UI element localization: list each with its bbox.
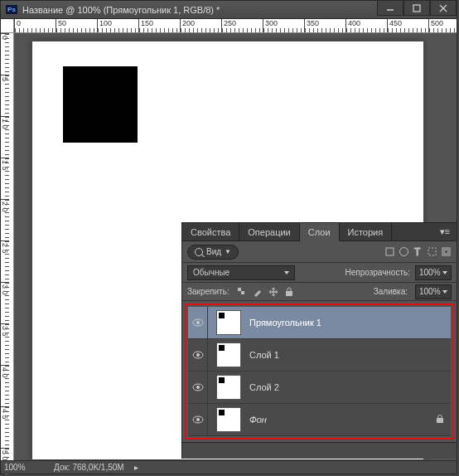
layer-row[interactable]: Слой 1 [188,339,451,372]
layer-thumbnail[interactable] [216,407,241,432]
lock-transparency-icon[interactable] [237,287,247,297]
svg-point-16 [196,353,200,357]
layer-name[interactable]: Фон [249,415,267,425]
layer-thumbnail[interactable] [216,342,241,367]
layer-row[interactable]: Слой 2 [188,372,451,404]
fill-label: Заливка: [374,287,408,296]
panel-footer [182,442,457,459]
close-button[interactable] [430,1,457,16]
ruler-tick: 400 [345,19,387,32]
zoom-level[interactable]: 100% [4,463,44,472]
layer-name[interactable]: Слой 1 [249,350,279,360]
kind-label: Вид [206,247,221,256]
ruler-tick: 500 [428,19,457,32]
maximize-button[interactable] [403,1,430,16]
ruler-horizontal[interactable]: 0 50 100 150 200 250 300 350 400 450 500 [14,19,457,33]
ruler-tick: 3 0 [1,282,9,323]
ruler-tick: 0 [1,33,9,75]
lock-all-icon[interactable] [284,287,294,297]
svg-point-5 [400,248,408,256]
ruler-tick: 5 [1,75,9,116]
chevron-down-icon [442,290,447,294]
lock-icon [436,415,444,425]
opacity-label: Непрозрачность: [345,268,410,277]
filter-type-icon[interactable]: T [413,246,423,257]
ruler-vertical[interactable]: 0 5 1 0 1 5 2 0 2 5 3 0 3 5 4 0 4 5 5 0 [1,33,14,460]
svg-rect-9 [444,250,448,254]
tab-actions[interactable]: Операции [239,223,299,240]
layer-row[interactable]: Фон [188,404,451,436]
ruler-tick: 1 5 [1,158,9,199]
opacity-value: 100% [419,268,441,277]
blend-value: Обычные [193,268,230,277]
layer-thumbnail[interactable] [216,310,241,335]
filter-shape-icon[interactable] [427,246,437,257]
layer-thumbnail[interactable] [216,375,241,400]
blend-mode-select[interactable]: Обычные [187,265,295,280]
app-icon: Ps [6,5,17,14]
svg-point-18 [196,386,200,389]
doc-size: Док: 768,0K/1,50M [54,463,124,472]
svg-rect-10 [238,288,241,291]
ruler-tick: 300 [263,19,304,32]
layer-kind-filter[interactable]: Вид ▼ [187,245,239,260]
tab-history[interactable]: История [340,223,393,240]
svg-text:T: T [414,246,421,257]
panel-menu-icon[interactable]: ▾≡ [433,223,457,240]
svg-rect-11 [241,291,244,294]
chevron-down-icon [442,271,447,274]
ruler-tick: 100 [97,19,138,32]
filter-adjust-icon[interactable] [399,246,409,257]
layers-panel: Свойства Операции Слои История ▾≡ Вид ▼ … [181,222,457,459]
ruler-tick: 4 5 [1,406,9,448]
visibility-toggle[interactable] [188,307,208,338]
opacity-input[interactable]: 100% [415,265,452,280]
status-menu-icon[interactable]: ▸ [134,463,138,472]
layers-list: Прямоугольник 1 Слой 1 Слой 2 Фон [182,301,457,442]
ruler-tick: 50 [56,19,97,32]
rectangle-shape[interactable] [63,66,138,143]
lock-label: Закрепить: [187,287,230,296]
ruler-tick: 2 5 [1,240,9,282]
minimize-button[interactable] [377,1,403,16]
svg-point-14 [196,321,200,324]
ruler-tick: 200 [180,19,221,32]
svg-rect-7 [428,248,436,255]
visibility-toggle[interactable] [188,372,208,403]
svg-point-20 [196,418,200,421]
layers-toolbar: Вид ▼ T [182,241,457,263]
ruler-tick: 1 0 [1,116,9,158]
lock-position-icon[interactable] [268,287,278,297]
ruler-tick: 250 [221,19,263,32]
lock-paint-icon[interactable] [253,287,263,297]
chevron-down-icon [284,271,289,274]
visibility-toggle[interactable] [188,404,208,435]
layer-name[interactable]: Прямоугольник 1 [249,318,321,328]
svg-rect-8 [442,248,450,255]
layer-name[interactable]: Слой 2 [249,382,279,392]
filter-pixel-icon[interactable] [384,246,395,257]
ruler-tick: 350 [304,19,345,32]
tab-properties[interactable]: Свойства [182,223,239,240]
visibility-toggle[interactable] [188,339,208,371]
filter-smart-icon[interactable] [441,246,452,257]
layer-row[interactable]: Прямоугольник 1 [188,307,451,339]
ruler-corner [1,19,14,33]
svg-rect-12 [286,291,292,296]
ruler-tick: 0 [14,19,56,32]
tab-layers[interactable]: Слои [300,223,340,241]
svg-rect-1 [413,5,420,12]
ruler-tick: 3 5 [1,323,9,365]
app-window: Ps Название @ 100% (Прямоугольник 1, RGB… [0,0,457,474]
search-icon [195,248,203,256]
chevron-down-icon: ▼ [225,248,231,255]
ruler-tick: 2 0 [1,199,9,240]
ruler-tick: 450 [387,19,428,32]
fill-input[interactable]: 100% [415,284,452,299]
ruler-tick: 150 [138,19,180,32]
svg-rect-21 [437,418,443,423]
fill-value: 100% [419,287,441,296]
status-bar: 100% Док: 768,0K/1,50M ▸ [1,460,457,474]
ruler-tick: 4 0 [1,365,9,406]
highlight-box: Прямоугольник 1 Слой 1 Слой 2 Фон [185,304,454,440]
